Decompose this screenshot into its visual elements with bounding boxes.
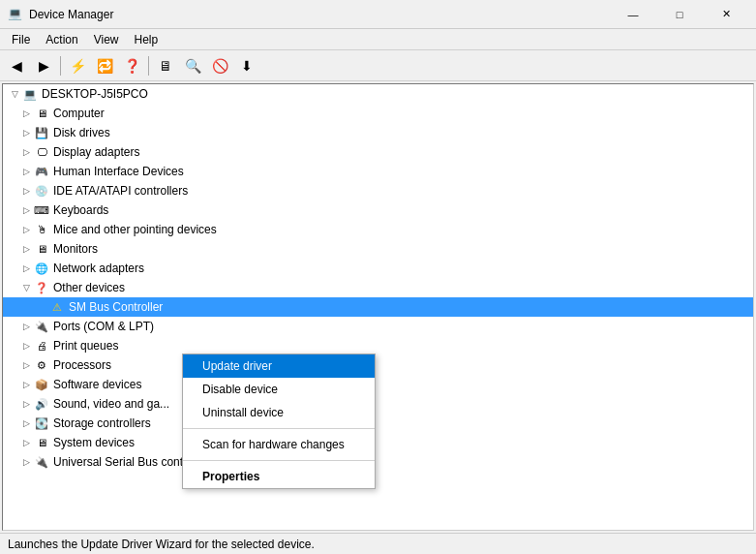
item-icon: 🖨 bbox=[34, 338, 49, 354]
expand-icon: ▷ bbox=[18, 164, 34, 179]
status-bar: Launches the Update Driver Wizard for th… bbox=[0, 533, 756, 554]
ctx-properties[interactable]: Properties bbox=[183, 465, 375, 488]
title-bar: 💻 Device Manager — □ ✕ bbox=[0, 0, 756, 29]
window-controls: — □ ✕ bbox=[611, 0, 748, 29]
separator-1 bbox=[60, 56, 61, 76]
item-icon: 🔌 bbox=[34, 319, 49, 334]
ctx-scan-changes[interactable]: Scan for hardware changes bbox=[183, 433, 375, 456]
item-icon: 💿 bbox=[34, 183, 49, 199]
item-label: Software devices bbox=[53, 378, 141, 391]
expand-icon: ▷ bbox=[18, 319, 34, 334]
update-driver-button[interactable]: 🔁 bbox=[92, 53, 117, 78]
tree-item-software[interactable]: ▷ 📦 Software devices bbox=[3, 375, 753, 394]
expand-icon: ▷ bbox=[18, 338, 34, 354]
device-tree[interactable]: ▽ 💻 DESKTOP-J5I5PCO ▷ 🖥 Computer ▷ 💾 Dis… bbox=[2, 83, 754, 531]
item-icon: 🖥 bbox=[34, 106, 49, 121]
window-title: Device Manager bbox=[29, 8, 611, 21]
tree-item-smbus[interactable]: ⚠ SM Bus Controller bbox=[3, 297, 753, 317]
menu-view[interactable]: View bbox=[86, 31, 127, 48]
app-icon: 💻 bbox=[8, 7, 23, 22]
close-button[interactable]: ✕ bbox=[704, 0, 748, 29]
item-icon: 🖥 bbox=[34, 435, 49, 450]
root-icon: 💻 bbox=[22, 86, 38, 102]
expand-icon: ▷ bbox=[18, 454, 34, 470]
item-label: Disk drives bbox=[53, 126, 110, 139]
tree-item-monitors[interactable]: ▷ 🖥 Monitors bbox=[3, 239, 753, 259]
tree-item-print[interactable]: ▷ 🖨 Print queues bbox=[3, 336, 753, 355]
item-label: SM Bus Controller bbox=[69, 300, 163, 314]
item-icon: 🖱 bbox=[34, 222, 49, 237]
toolbar: ◀ ▶ ⚡ 🔁 ❓ 🖥 🔍 🚫 ⬇ bbox=[0, 50, 756, 81]
item-label: Keyboards bbox=[53, 203, 108, 217]
back-button[interactable]: ◀ bbox=[4, 53, 29, 78]
item-icon: ⚙ bbox=[34, 357, 49, 373]
tree-root[interactable]: ▽ 💻 DESKTOP-J5I5PCO bbox=[3, 84, 753, 104]
item-icon: 📦 bbox=[34, 377, 49, 392]
expand-icon: ▷ bbox=[18, 241, 34, 257]
context-menu: Update driver Disable device Uninstall d… bbox=[182, 354, 376, 489]
item-label: Computer bbox=[53, 107, 105, 120]
tree-item-ports[interactable]: ▷ 🔌 Ports (COM & LPT) bbox=[3, 317, 753, 336]
minimize-button[interactable]: — bbox=[611, 0, 655, 29]
expand-icon: ▷ bbox=[18, 377, 34, 392]
tree-item-network[interactable]: ▷ 🌐 Network adapters bbox=[3, 259, 753, 278]
tree-item-sound[interactable]: ▷ 🔊 Sound, video and ga... bbox=[3, 394, 753, 414]
disable-button[interactable]: 🚫 bbox=[207, 53, 232, 78]
properties-button[interactable]: ⚡ bbox=[65, 53, 90, 78]
ctx-disable-device[interactable]: Disable device bbox=[183, 378, 375, 401]
item-label: Ports (COM & LPT) bbox=[53, 320, 154, 333]
tree-item-computer[interactable]: ▷ 🖥 Computer bbox=[3, 104, 753, 123]
ctx-separator-1 bbox=[183, 428, 375, 429]
tree-item-system[interactable]: ▷ 🖥 System devices bbox=[3, 433, 753, 452]
menu-help[interactable]: Help bbox=[127, 31, 166, 48]
menu-action[interactable]: Action bbox=[38, 31, 85, 48]
tree-item-processors[interactable]: ▷ ⚙ Processors bbox=[3, 355, 753, 375]
tree-item-mice[interactable]: ▷ 🖱 Mice and other pointing devices bbox=[3, 220, 753, 239]
item-icon: 🖵 bbox=[34, 144, 49, 160]
expand-icon: ▷ bbox=[18, 106, 34, 121]
root-label: DESKTOP-J5I5PCO bbox=[42, 87, 148, 101]
tree-item-other[interactable]: ▽ ❓ Other devices bbox=[3, 278, 753, 297]
maximize-button[interactable]: □ bbox=[657, 0, 702, 29]
item-icon: 🔊 bbox=[34, 396, 49, 412]
tree-item-hid[interactable]: ▷ 🎮 Human Interface Devices bbox=[3, 162, 753, 181]
expand-icon: ▷ bbox=[18, 396, 34, 412]
item-label: Monitors bbox=[53, 242, 98, 256]
display-button[interactable]: 🖥 bbox=[153, 53, 178, 78]
expand-icon: ▷ bbox=[18, 416, 34, 431]
expand-icon: ▷ bbox=[18, 144, 34, 160]
item-icon: ❓ bbox=[34, 280, 49, 295]
tree-item-storage[interactable]: ▷ 💽 Storage controllers bbox=[3, 414, 753, 433]
expand-icon: ▽ bbox=[18, 280, 34, 295]
scan-button[interactable]: 🔍 bbox=[180, 53, 205, 78]
item-label: Human Interface Devices bbox=[53, 165, 184, 178]
status-text: Launches the Update Driver Wizard for th… bbox=[8, 538, 315, 551]
item-icon: 🔌 bbox=[34, 454, 49, 470]
root-expand-icon: ▽ bbox=[7, 86, 22, 102]
item-icon: ⚠ bbox=[49, 299, 65, 315]
menu-file[interactable]: File bbox=[4, 31, 38, 48]
item-label: Sound, video and ga... bbox=[53, 397, 169, 411]
tree-item-disk[interactable]: ▷ 💾 Disk drives bbox=[3, 123, 753, 142]
tree-item-ide[interactable]: ▷ 💿 IDE ATA/ATAPI controllers bbox=[3, 181, 753, 200]
tree-item-display[interactable]: ▷ 🖵 Display adapters bbox=[3, 142, 753, 162]
item-label: System devices bbox=[53, 436, 135, 449]
item-label: IDE ATA/ATAPI controllers bbox=[53, 184, 188, 198]
uninstall-button[interactable]: ⬇ bbox=[234, 53, 259, 78]
item-label: Display adapters bbox=[53, 145, 139, 159]
forward-button[interactable]: ▶ bbox=[31, 53, 56, 78]
menu-bar: File Action View Help bbox=[0, 29, 756, 50]
tree-item-usb[interactable]: ▷ 🔌 Universal Serial Bus controllers bbox=[3, 452, 753, 472]
main-area: ▽ 💻 DESKTOP-J5I5PCO ▷ 🖥 Computer ▷ 💾 Dis… bbox=[0, 81, 756, 533]
expand-icon: ▷ bbox=[18, 222, 34, 237]
expand-icon: ▷ bbox=[18, 202, 34, 218]
help-button[interactable]: ❓ bbox=[119, 53, 144, 78]
item-icon: 🖥 bbox=[34, 241, 49, 257]
separator-2 bbox=[148, 56, 149, 76]
item-label: Storage controllers bbox=[53, 416, 151, 430]
item-label: Processors bbox=[53, 358, 111, 372]
ctx-uninstall-device[interactable]: Uninstall device bbox=[183, 401, 375, 424]
item-label: Network adapters bbox=[53, 262, 144, 275]
ctx-update-driver[interactable]: Update driver bbox=[183, 354, 375, 378]
tree-item-keyboards[interactable]: ▷ ⌨ Keyboards bbox=[3, 200, 753, 220]
